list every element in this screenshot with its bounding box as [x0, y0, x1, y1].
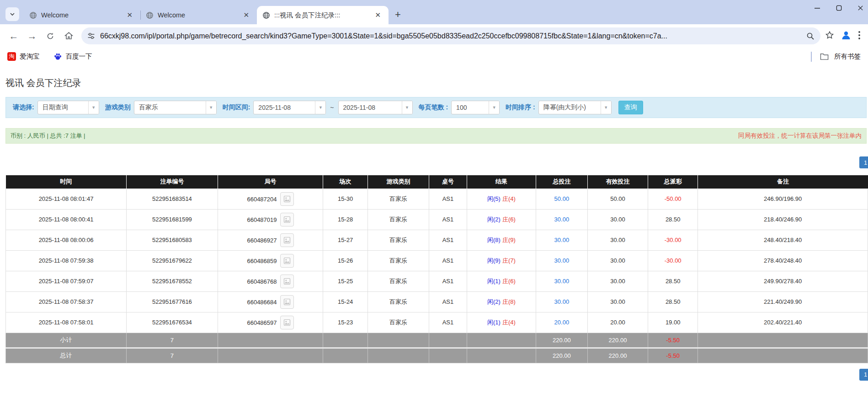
game-type-select[interactable]: 百家乐 ▼ — [134, 101, 217, 114]
footer-cell-9: -5.50 — [648, 348, 698, 363]
column-header-0: 时间 — [6, 175, 127, 188]
search-button[interactable]: 查询 — [618, 101, 643, 114]
footer-cell-8: 220.00 — [587, 333, 648, 348]
forward-button[interactable]: → — [24, 28, 40, 44]
cell-result: 闲(5)庄(4) — [467, 188, 536, 209]
cell-round-no: 660486597 — [218, 312, 323, 333]
chevron-down-icon: ▼ — [402, 101, 412, 114]
tab-welcome-2[interactable]: Welcome ✕ — [140, 6, 257, 24]
chevron-down-icon: ▼ — [206, 101, 216, 114]
result-banker: 庄(4) — [502, 319, 516, 326]
reload-button[interactable] — [42, 28, 59, 44]
zoom-indicator-icon[interactable] — [806, 32, 815, 40]
bookmark-star-button[interactable] — [825, 31, 834, 42]
column-header-1: 注单编号 — [127, 175, 218, 188]
bookmark-baidu[interactable]: 百度一下 — [53, 52, 92, 61]
cell-total-bet: 30.00 — [536, 271, 587, 291]
page-1-button[interactable]: 1 — [859, 369, 868, 381]
bookmark-taobao[interactable]: 淘 爱淘宝 — [7, 52, 40, 61]
sort-select[interactable]: 降幂(由大到小) ▼ — [538, 101, 612, 114]
browser-titlebar: Welcome ✕ Welcome ✕ :::视讯 会员下注纪录::: ✕ + — [0, 0, 868, 24]
window-close-button[interactable] — [857, 5, 863, 12]
window-minimize-button[interactable] — [814, 5, 820, 12]
result-banker: 庄(6) — [502, 216, 516, 223]
url-text[interactable]: 66cxkj98.com/ipl/portal.php/game/betreco… — [100, 32, 801, 40]
cell-session: 15-23 — [323, 312, 368, 333]
back-button[interactable]: ← — [5, 28, 22, 44]
result-banker: 庄(4) — [502, 195, 516, 202]
video-replay-glyph — [283, 257, 291, 264]
minimize-icon — [814, 5, 820, 11]
cell-result: 闲(2)庄(8) — [467, 291, 536, 312]
cell-game-type: 百家乐 — [368, 250, 429, 271]
home-button[interactable] — [60, 28, 77, 44]
profile-avatar[interactable] — [841, 30, 852, 43]
tab-close-icon[interactable]: ✕ — [241, 10, 251, 20]
round-number: 660487019 — [247, 216, 277, 223]
footer-cell-4 — [368, 348, 429, 363]
address-bar[interactable]: 66cxkj98.com/ipl/portal.php/game/betreco… — [81, 27, 820, 44]
video-replay-button[interactable] — [280, 233, 294, 247]
date-to-input[interactable]: 2025-11-08 ▼ — [338, 101, 413, 114]
site-settings-icon[interactable] — [87, 32, 95, 40]
subtotal-row: 小计7220.00220.00-5.50 — [6, 333, 868, 348]
cell-game-type: 百家乐 — [368, 230, 429, 250]
tab-bet-record[interactable]: :::视讯 会员下注纪录::: ✕ — [257, 6, 389, 24]
table-row: 2025-11-08 08:01:47522951683514660487204… — [6, 188, 868, 209]
video-replay-button[interactable] — [280, 316, 294, 329]
cell-result: 闲(9)庄(7) — [467, 250, 536, 271]
baidu-paw-icon — [53, 52, 62, 61]
tab-search-button[interactable] — [5, 7, 19, 21]
cell-total-bet: 30.00 — [536, 230, 587, 250]
video-replay-button[interactable] — [280, 192, 294, 206]
result-player: 闲(1) — [487, 319, 501, 326]
video-replay-button[interactable] — [280, 213, 294, 226]
date-from-input[interactable]: 2025-11-08 ▼ — [253, 101, 326, 114]
footer-cell-10 — [698, 333, 868, 348]
video-replay-button[interactable] — [280, 254, 294, 268]
tab-close-icon[interactable]: ✕ — [124, 10, 135, 20]
home-icon — [64, 32, 73, 40]
browser-menu-button[interactable] — [858, 31, 861, 42]
summary-bar: 币别 : 人民币 | 总共 :7 注单 | 同局有效投注，统一计算在该局第一张注… — [5, 128, 867, 144]
cell-time: 2025-11-08 07:58:01 — [6, 312, 127, 333]
tab-close-icon[interactable]: ✕ — [373, 10, 383, 20]
column-header-3: 场次 — [323, 175, 368, 188]
new-tab-button[interactable]: + — [389, 9, 407, 24]
close-icon — [857, 5, 863, 11]
cell-game-type: 百家乐 — [368, 188, 429, 209]
round-number: 660486597 — [247, 319, 277, 326]
tab-welcome-1[interactable]: Welcome ✕ — [24, 6, 140, 24]
column-header-5: 桌号 — [429, 175, 467, 188]
query-type-select[interactable]: 日期查询 ▼ — [37, 101, 99, 114]
video-replay-button[interactable] — [280, 295, 294, 309]
table-row: 2025-11-08 08:00:06522951680583660486927… — [6, 230, 868, 250]
window-maximize-button[interactable] — [836, 5, 842, 12]
globe-favicon-icon — [29, 11, 37, 19]
footer-cell-0: 总计 — [6, 348, 127, 363]
round-number: 660486684 — [247, 298, 277, 305]
cell-valid-bet: 30.00 — [587, 209, 648, 230]
cell-remark: 218.40/246.90 — [698, 209, 868, 230]
column-header-8: 有效投注 — [587, 175, 648, 188]
round-number: 660486768 — [247, 278, 277, 285]
result-player: 闲(2) — [487, 216, 501, 223]
video-replay-button[interactable] — [280, 275, 294, 288]
page-size-input[interactable]: 100 ▼ — [451, 101, 500, 114]
column-header-6: 结果 — [467, 175, 536, 188]
cell-bet-no: 522951676534 — [127, 312, 218, 333]
folder-icon — [820, 53, 829, 60]
all-bookmarks-button[interactable]: 所有书签 — [834, 52, 861, 61]
browser-toolbar: ← → 66cxkj98.com/ipl/portal.php/game/bet… — [0, 24, 868, 48]
footer-cell-3 — [323, 348, 368, 363]
total-row: 总计7220.00220.00-5.50 — [6, 348, 868, 363]
bet-record-table: 时间注单编号局号场次游戏类别桌号结果总投注有效投注总派彩备注 2025-11-0… — [5, 175, 868, 363]
cell-session: 15-28 — [323, 209, 368, 230]
cell-bet-no: 522951680583 — [127, 230, 218, 250]
pagination-top: 1 — [0, 156, 868, 168]
result-player: 闲(1) — [487, 278, 501, 285]
cell-bet-no: 522951677616 — [127, 291, 218, 312]
cell-bet-no: 522951679622 — [127, 250, 218, 271]
page-1-button[interactable]: 1 — [859, 156, 868, 168]
cell-table-no: AS1 — [429, 209, 467, 230]
